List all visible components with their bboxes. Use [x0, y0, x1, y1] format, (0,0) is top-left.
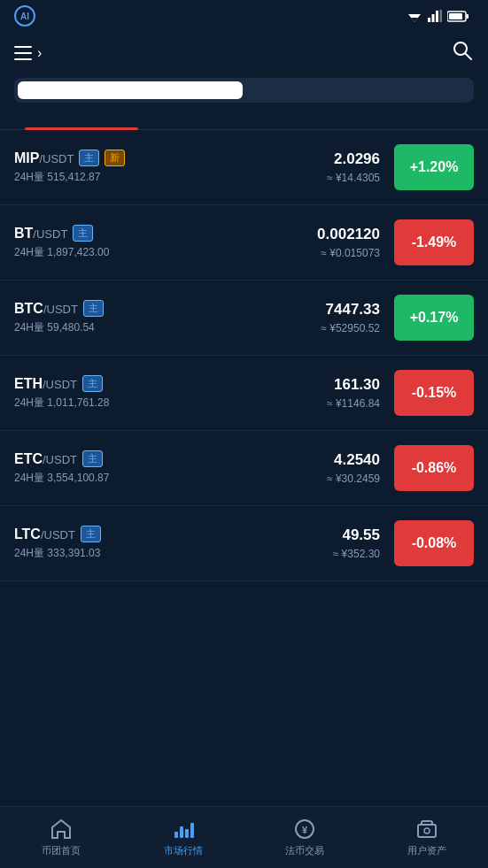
svg-rect-16 — [190, 823, 194, 838]
market-pair: ETC/USDT — [14, 451, 77, 467]
svg-text:AI: AI — [20, 12, 29, 21]
market-item-left: BTC/USDT 主 24H量 59,480.54 — [14, 300, 198, 335]
market-item[interactable]: MIP/USDT 主新 24H量 515,412.87 2.0296 ≈ ¥14… — [0, 130, 488, 205]
search-button[interactable] — [451, 39, 474, 67]
market-volume: 24H量 1,897,423.00 — [14, 245, 198, 260]
market-item[interactable]: LTC/USDT 主 24H量 333,391.03 49.55 ≈ ¥352.… — [0, 506, 488, 581]
sort-default-tab[interactable] — [0, 113, 163, 129]
market-base: BTC — [14, 301, 43, 316]
svg-rect-5 — [432, 14, 435, 22]
market-cny-price: ≈ ¥30.2459 — [198, 472, 381, 485]
badge-main: 主 — [79, 150, 99, 166]
market-name-row: MIP/USDT 主新 — [14, 150, 198, 166]
market-name-row: ETH/USDT 主 — [14, 375, 198, 392]
market-item-center: 0.002120 ≈ ¥0.015073 — [198, 226, 395, 259]
svg-marker-3 — [411, 18, 418, 22]
market-item[interactable]: BT/USDT 主 24H量 1,897,423.00 0.002120 ≈ ¥… — [0, 205, 488, 280]
market-pair: LTC/USDT — [14, 526, 75, 542]
menu-button[interactable]: › — [14, 45, 42, 61]
status-indicators — [407, 10, 474, 22]
market-item-left: LTC/USDT 主 24H量 333,391.03 — [14, 526, 198, 561]
market-base: BT — [14, 226, 33, 241]
market-change-badge: -0.15% — [394, 370, 474, 416]
market-base: ETC — [14, 451, 43, 466]
watchlist-tab[interactable] — [246, 81, 471, 99]
market-quote: /USDT — [43, 453, 77, 466]
market-volume: 24H量 3,554,100.87 — [14, 471, 198, 486]
market-change-badge: +1.20% — [394, 144, 474, 190]
nav-assets-label: 用户资产 — [407, 844, 446, 857]
svg-rect-7 — [440, 10, 443, 22]
nav-home[interactable]: 币团首页 — [0, 807, 122, 868]
market-change-badge: +0.17% — [394, 295, 474, 341]
market-list: MIP/USDT 主新 24H量 515,412.87 2.0296 ≈ ¥14… — [0, 130, 488, 652]
market-item-center: 2.0296 ≈ ¥14.4305 — [198, 150, 395, 184]
nav-market-label: 市场行情 — [164, 844, 203, 857]
market-cny-price: ≈ ¥52950.52 — [198, 322, 381, 334]
market-item-left: MIP/USDT 主新 24H量 515,412.87 — [14, 150, 198, 185]
market-item-center: 7447.33 ≈ ¥52950.52 — [198, 301, 395, 334]
nav-fiat[interactable]: ¥ 法币交易 — [244, 807, 367, 868]
market-item[interactable]: ETC/USDT 主 24H量 3,554,100.87 4.2540 ≈ ¥3… — [0, 431, 488, 506]
market-quote: /USDT — [41, 528, 75, 542]
market-tab-selector — [14, 78, 474, 103]
sort-fall-tab[interactable] — [325, 113, 488, 129]
svg-rect-9 — [449, 13, 462, 19]
market-change-badge: -1.49% — [394, 219, 474, 265]
market-pair: ETH/USDT — [14, 376, 77, 392]
bottom-navigation: 币团首页 市场行情 ¥ 法币交易 用户资产 — [0, 806, 488, 868]
market-price: 4.2540 — [198, 451, 381, 469]
svg-text:¥: ¥ — [302, 825, 308, 835]
market-item[interactable]: BTC/USDT 主 24H量 59,480.54 7447.33 ≈ ¥529… — [0, 280, 488, 356]
nav-market[interactable]: 市场行情 — [122, 807, 244, 868]
app-header: › — [0, 32, 488, 78]
market-volume: 24H量 59,480.54 — [14, 320, 198, 335]
market-volume: 24H量 333,391.03 — [14, 546, 198, 561]
market-quote: /USDT — [43, 303, 78, 316]
badge-main: 主 — [83, 300, 104, 317]
svg-line-12 — [465, 53, 471, 59]
svg-rect-4 — [428, 18, 430, 22]
badge-main: 主 — [81, 526, 101, 542]
market-price: 2.0296 — [198, 150, 381, 168]
nav-fiat-label: 法币交易 — [285, 844, 324, 857]
market-base: ETH — [14, 376, 43, 391]
svg-point-20 — [424, 828, 430, 833]
badge-main: 主 — [82, 375, 103, 392]
market-pair: MIP/USDT — [14, 150, 74, 166]
status-bar: AI — [0, 0, 488, 32]
market-price: 7447.33 — [198, 301, 381, 319]
sort-tab-bar — [0, 113, 488, 130]
status-logo: AI — [14, 5, 35, 27]
market-name-row: BTC/USDT 主 — [14, 300, 198, 317]
menu-arrow-icon: › — [37, 45, 42, 61]
market-change-badge: -0.08% — [394, 520, 474, 566]
market-price: 0.002120 — [198, 226, 381, 243]
market-item[interactable]: ETH/USDT 主 24H量 1,011,761.28 161.30 ≈ ¥1… — [0, 356, 488, 431]
market-item-center: 4.2540 ≈ ¥30.2459 — [198, 451, 395, 485]
market-price: 161.30 — [198, 376, 381, 394]
market-cny-price: ≈ ¥0.015073 — [198, 247, 381, 259]
market-item-left: ETC/USDT 主 24H量 3,554,100.87 — [14, 450, 198, 486]
market-item-left: ETH/USDT 主 24H量 1,011,761.28 — [14, 375, 198, 411]
usdt-tab[interactable] — [18, 81, 243, 99]
sort-rise-tab[interactable] — [163, 113, 326, 129]
market-name-row: LTC/USDT 主 — [14, 526, 198, 542]
market-cny-price: ≈ ¥352.30 — [198, 548, 381, 560]
market-change-badge: -0.86% — [394, 445, 474, 491]
svg-rect-15 — [185, 829, 189, 838]
market-cny-price: ≈ ¥1146.84 — [198, 397, 381, 410]
market-pair: BTC/USDT — [14, 301, 78, 317]
market-pair: BT/USDT — [14, 226, 67, 242]
market-quote: /USDT — [39, 152, 74, 165]
market-item-left: BT/USDT 主 24H量 1,897,423.00 — [14, 225, 198, 260]
market-base: LTC — [14, 526, 41, 542]
market-base: MIP — [14, 150, 39, 165]
badge-new: 新 — [105, 150, 125, 166]
svg-rect-13 — [174, 832, 178, 838]
market-price: 49.55 — [198, 526, 381, 544]
svg-rect-14 — [180, 826, 183, 838]
market-item-center: 161.30 ≈ ¥1146.84 — [198, 376, 395, 410]
badge-main: 主 — [82, 450, 103, 467]
nav-assets[interactable]: 用户资产 — [366, 807, 488, 868]
